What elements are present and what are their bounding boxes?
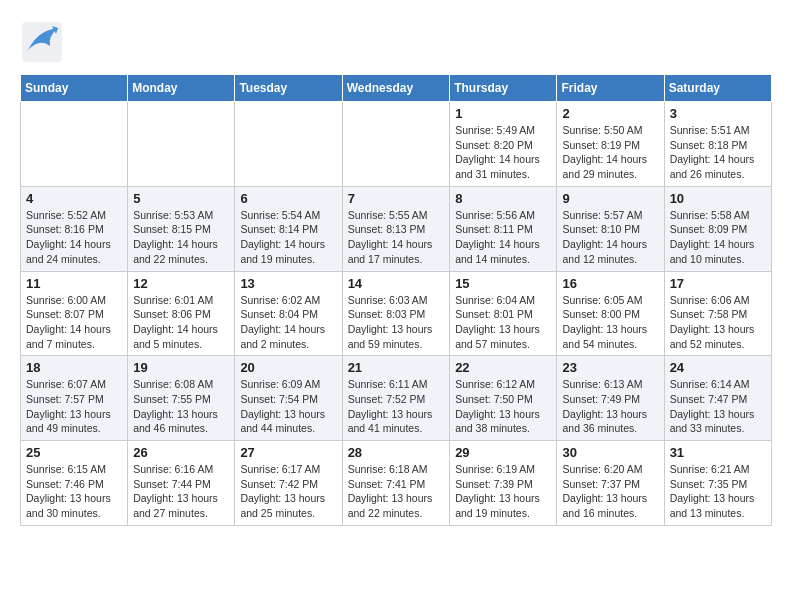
calendar-cell: 29Sunrise: 6:19 AMSunset: 7:39 PMDayligh… (450, 441, 557, 526)
calendar-week-row: 18Sunrise: 6:07 AMSunset: 7:57 PMDayligh… (21, 356, 772, 441)
day-number: 5 (133, 191, 229, 206)
weekday-header: Monday (128, 75, 235, 102)
day-info: Sunrise: 6:01 AMSunset: 8:06 PMDaylight:… (133, 293, 229, 352)
calendar-cell (342, 102, 450, 187)
calendar-cell: 6Sunrise: 5:54 AMSunset: 8:14 PMDaylight… (235, 186, 342, 271)
day-number: 17 (670, 276, 766, 291)
calendar-header: SundayMondayTuesdayWednesdayThursdayFrid… (21, 75, 772, 102)
calendar-cell: 24Sunrise: 6:14 AMSunset: 7:47 PMDayligh… (664, 356, 771, 441)
calendar-table: SundayMondayTuesdayWednesdayThursdayFrid… (20, 74, 772, 526)
calendar-cell (235, 102, 342, 187)
calendar-cell: 18Sunrise: 6:07 AMSunset: 7:57 PMDayligh… (21, 356, 128, 441)
day-number: 4 (26, 191, 122, 206)
day-number: 3 (670, 106, 766, 121)
day-number: 22 (455, 360, 551, 375)
day-info: Sunrise: 5:53 AMSunset: 8:15 PMDaylight:… (133, 208, 229, 267)
day-info: Sunrise: 5:55 AMSunset: 8:13 PMDaylight:… (348, 208, 445, 267)
calendar-cell: 11Sunrise: 6:00 AMSunset: 8:07 PMDayligh… (21, 271, 128, 356)
day-number: 12 (133, 276, 229, 291)
calendar-cell: 2Sunrise: 5:50 AMSunset: 8:19 PMDaylight… (557, 102, 664, 187)
day-info: Sunrise: 5:49 AMSunset: 8:20 PMDaylight:… (455, 123, 551, 182)
calendar-week-row: 11Sunrise: 6:00 AMSunset: 8:07 PMDayligh… (21, 271, 772, 356)
day-number: 8 (455, 191, 551, 206)
weekday-header: Thursday (450, 75, 557, 102)
day-info: Sunrise: 6:09 AMSunset: 7:54 PMDaylight:… (240, 377, 336, 436)
day-info: Sunrise: 5:56 AMSunset: 8:11 PMDaylight:… (455, 208, 551, 267)
calendar-cell: 27Sunrise: 6:17 AMSunset: 7:42 PMDayligh… (235, 441, 342, 526)
day-info: Sunrise: 6:21 AMSunset: 7:35 PMDaylight:… (670, 462, 766, 521)
calendar-cell: 28Sunrise: 6:18 AMSunset: 7:41 PMDayligh… (342, 441, 450, 526)
day-info: Sunrise: 6:12 AMSunset: 7:50 PMDaylight:… (455, 377, 551, 436)
day-info: Sunrise: 6:08 AMSunset: 7:55 PMDaylight:… (133, 377, 229, 436)
day-number: 7 (348, 191, 445, 206)
day-number: 21 (348, 360, 445, 375)
day-number: 14 (348, 276, 445, 291)
day-number: 31 (670, 445, 766, 460)
calendar-cell: 20Sunrise: 6:09 AMSunset: 7:54 PMDayligh… (235, 356, 342, 441)
day-number: 25 (26, 445, 122, 460)
day-number: 24 (670, 360, 766, 375)
weekday-header: Saturday (664, 75, 771, 102)
day-number: 18 (26, 360, 122, 375)
weekday-header: Sunday (21, 75, 128, 102)
calendar-week-row: 1Sunrise: 5:49 AMSunset: 8:20 PMDaylight… (21, 102, 772, 187)
day-info: Sunrise: 5:57 AMSunset: 8:10 PMDaylight:… (562, 208, 658, 267)
calendar-cell: 30Sunrise: 6:20 AMSunset: 7:37 PMDayligh… (557, 441, 664, 526)
logo (20, 20, 68, 64)
calendar-cell: 31Sunrise: 6:21 AMSunset: 7:35 PMDayligh… (664, 441, 771, 526)
day-number: 23 (562, 360, 658, 375)
day-info: Sunrise: 6:00 AMSunset: 8:07 PMDaylight:… (26, 293, 122, 352)
day-info: Sunrise: 6:14 AMSunset: 7:47 PMDaylight:… (670, 377, 766, 436)
day-number: 6 (240, 191, 336, 206)
calendar-cell: 23Sunrise: 6:13 AMSunset: 7:49 PMDayligh… (557, 356, 664, 441)
day-number: 13 (240, 276, 336, 291)
logo-icon (20, 20, 64, 64)
day-info: Sunrise: 6:05 AMSunset: 8:00 PMDaylight:… (562, 293, 658, 352)
calendar-cell: 12Sunrise: 6:01 AMSunset: 8:06 PMDayligh… (128, 271, 235, 356)
day-info: Sunrise: 5:50 AMSunset: 8:19 PMDaylight:… (562, 123, 658, 182)
calendar-cell: 19Sunrise: 6:08 AMSunset: 7:55 PMDayligh… (128, 356, 235, 441)
day-number: 20 (240, 360, 336, 375)
calendar-cell: 4Sunrise: 5:52 AMSunset: 8:16 PMDaylight… (21, 186, 128, 271)
calendar-cell: 8Sunrise: 5:56 AMSunset: 8:11 PMDaylight… (450, 186, 557, 271)
calendar-cell: 5Sunrise: 5:53 AMSunset: 8:15 PMDaylight… (128, 186, 235, 271)
day-info: Sunrise: 5:58 AMSunset: 8:09 PMDaylight:… (670, 208, 766, 267)
day-info: Sunrise: 6:07 AMSunset: 7:57 PMDaylight:… (26, 377, 122, 436)
day-number: 29 (455, 445, 551, 460)
day-number: 2 (562, 106, 658, 121)
calendar-cell: 22Sunrise: 6:12 AMSunset: 7:50 PMDayligh… (450, 356, 557, 441)
calendar-cell (21, 102, 128, 187)
calendar-cell: 13Sunrise: 6:02 AMSunset: 8:04 PMDayligh… (235, 271, 342, 356)
calendar-cell: 10Sunrise: 5:58 AMSunset: 8:09 PMDayligh… (664, 186, 771, 271)
calendar-cell (128, 102, 235, 187)
calendar-cell: 21Sunrise: 6:11 AMSunset: 7:52 PMDayligh… (342, 356, 450, 441)
calendar-cell: 16Sunrise: 6:05 AMSunset: 8:00 PMDayligh… (557, 271, 664, 356)
calendar-cell: 15Sunrise: 6:04 AMSunset: 8:01 PMDayligh… (450, 271, 557, 356)
weekday-header: Friday (557, 75, 664, 102)
day-number: 26 (133, 445, 229, 460)
page-header (20, 20, 772, 64)
day-number: 1 (455, 106, 551, 121)
weekday-header: Tuesday (235, 75, 342, 102)
day-number: 11 (26, 276, 122, 291)
day-number: 28 (348, 445, 445, 460)
day-number: 30 (562, 445, 658, 460)
day-info: Sunrise: 6:02 AMSunset: 8:04 PMDaylight:… (240, 293, 336, 352)
day-info: Sunrise: 5:54 AMSunset: 8:14 PMDaylight:… (240, 208, 336, 267)
calendar-cell: 3Sunrise: 5:51 AMSunset: 8:18 PMDaylight… (664, 102, 771, 187)
day-info: Sunrise: 5:51 AMSunset: 8:18 PMDaylight:… (670, 123, 766, 182)
calendar-week-row: 25Sunrise: 6:15 AMSunset: 7:46 PMDayligh… (21, 441, 772, 526)
day-info: Sunrise: 6:17 AMSunset: 7:42 PMDaylight:… (240, 462, 336, 521)
day-number: 10 (670, 191, 766, 206)
calendar-body: 1Sunrise: 5:49 AMSunset: 8:20 PMDaylight… (21, 102, 772, 526)
calendar-cell: 14Sunrise: 6:03 AMSunset: 8:03 PMDayligh… (342, 271, 450, 356)
day-info: Sunrise: 6:19 AMSunset: 7:39 PMDaylight:… (455, 462, 551, 521)
calendar-cell: 17Sunrise: 6:06 AMSunset: 7:58 PMDayligh… (664, 271, 771, 356)
day-info: Sunrise: 6:16 AMSunset: 7:44 PMDaylight:… (133, 462, 229, 521)
day-info: Sunrise: 6:03 AMSunset: 8:03 PMDaylight:… (348, 293, 445, 352)
day-info: Sunrise: 6:11 AMSunset: 7:52 PMDaylight:… (348, 377, 445, 436)
day-info: Sunrise: 6:18 AMSunset: 7:41 PMDaylight:… (348, 462, 445, 521)
day-info: Sunrise: 5:52 AMSunset: 8:16 PMDaylight:… (26, 208, 122, 267)
calendar-week-row: 4Sunrise: 5:52 AMSunset: 8:16 PMDaylight… (21, 186, 772, 271)
day-info: Sunrise: 6:15 AMSunset: 7:46 PMDaylight:… (26, 462, 122, 521)
